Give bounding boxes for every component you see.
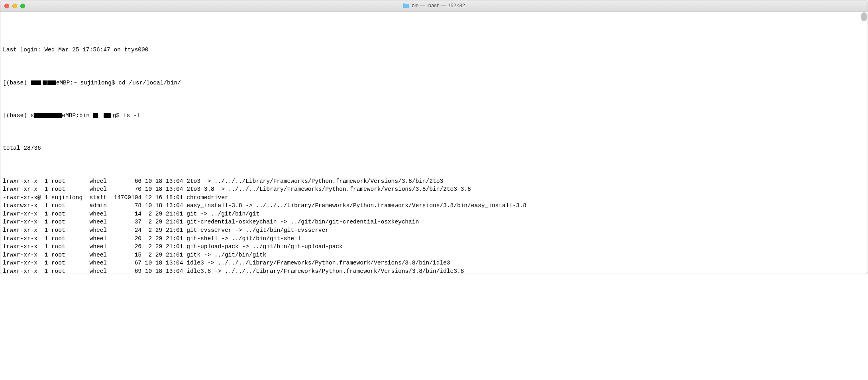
listing-row: lrwxrwxr-x 1 root admin 78 10 18 13:04 e… (3, 202, 865, 210)
maximize-icon[interactable] (20, 4, 25, 8)
listing-row: lrwxr-xr-x 1 root wheel 70 10 18 13:04 2… (3, 185, 865, 194)
redacted-hostname (34, 113, 62, 118)
command-2: ls -l (123, 112, 141, 119)
prompt-line-1: [(base) eMBP:~ sujinlong$ cd /usr/local/… (3, 79, 865, 87)
prompt2-mid: eMBP:bin (62, 112, 93, 119)
window-title-text: bin — -bash — 152×32 (412, 2, 465, 9)
listing-row: lrwxr-xr-x 1 root wheel 67 10 18 13:04 i… (3, 259, 865, 267)
total-line: total 28736 (3, 144, 865, 153)
prompt1-pre: (base) (6, 80, 31, 86)
listing-row: lrwxr-xr-x 1 root wheel 37 2 29 21:01 gi… (3, 218, 865, 226)
redacted-hostname (47, 80, 56, 85)
prompt2-post: g$ (113, 112, 123, 119)
traffic-lights (0, 4, 25, 8)
listing-container: lrwxr-xr-x 1 root wheel 66 10 18 13:04 2… (3, 177, 865, 274)
listing-row: lrwxr-xr-x 1 root wheel 24 2 29 21:01 gi… (3, 226, 865, 235)
listing-row: lrwxr-xr-x 1 root wheel 69 10 18 13:04 i… (3, 267, 865, 274)
close-icon[interactable] (4, 4, 9, 8)
listing-row: lrwxr-xr-x 1 root wheel 66 10 18 13:04 2… (3, 177, 865, 186)
listing-row: -rwxr-xr-x@ 1 sujinlong staff 14709104 1… (3, 194, 865, 202)
window-title: bin — -bash — 152×32 (0, 2, 868, 9)
minimize-icon[interactable] (12, 4, 17, 8)
redacted-user (104, 113, 111, 118)
redacted-hostname (43, 80, 47, 85)
redacted-hostname (31, 80, 41, 85)
listing-row: lrwxr-xr-x 1 root wheel 15 2 29 21:01 gi… (3, 251, 865, 259)
prompt2-pre: (base) s (6, 112, 34, 119)
listing-row: lrwxr-xr-x 1 root wheel 26 2 29 21:01 gi… (3, 243, 865, 251)
terminal-output[interactable]: Last login: Wed Mar 25 17:56:47 on ttys0… (0, 12, 868, 274)
folder-icon (403, 3, 409, 8)
redacted-user (93, 113, 98, 118)
listing-row: lrwxr-xr-x 1 root wheel 20 2 29 21:01 gi… (3, 235, 865, 243)
login-line: Last login: Wed Mar 25 17:56:47 on ttys0… (3, 46, 865, 54)
prompt1-post: eMBP:~ sujinlong$ (56, 80, 119, 86)
listing-row: lrwxr-xr-x 1 root wheel 14 2 29 21:01 gi… (3, 210, 865, 218)
scrollbar-thumb[interactable] (861, 12, 867, 21)
prompt-line-2: [(base) seMBP:bin g$ ls -l (3, 112, 865, 120)
terminal-window: bin — -bash — 152×32 Last login: Wed Mar… (0, 0, 868, 274)
command-1: cd /usr/local/bin/ (118, 80, 181, 86)
titlebar[interactable]: bin — -bash — 152×32 (0, 0, 868, 12)
